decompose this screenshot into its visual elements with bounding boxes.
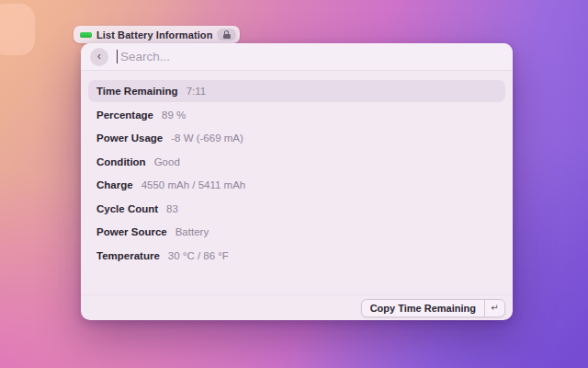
row-label: Power Source — [96, 226, 167, 237]
chevron-left-icon: ‹ — [97, 50, 101, 62]
row-label: Charge — [96, 179, 133, 190]
battery-icon — [80, 32, 92, 38]
command-chip[interactable]: List Battery Information — [74, 26, 240, 43]
row-label: Cycle Count — [96, 203, 158, 214]
search-bar: ‹ — [81, 43, 513, 71]
list-item[interactable]: Temperature 30 °C / 86 °F — [88, 245, 505, 267]
list-item[interactable]: Cycle Count 83 — [88, 198, 505, 220]
row-value: 4550 mAh / 5411 mAh — [141, 179, 246, 190]
row-label: Power Usage — [96, 132, 163, 144]
wallpaper-blob — [0, 4, 35, 55]
search-input[interactable] — [120, 50, 503, 63]
list-item[interactable]: Power Source Battery — [88, 221, 505, 243]
list-item[interactable]: Condition Good — [88, 151, 505, 173]
row-value: 30 °C / 86 °F — [168, 250, 229, 261]
row-label: Percentage — [96, 109, 153, 121]
row-value: Good — [154, 156, 180, 167]
list-item[interactable]: Percentage 89 % — [88, 104, 505, 126]
command-lock-badge — [217, 29, 236, 40]
row-label: Temperature — [96, 250, 160, 261]
row-value: 7:11 — [187, 86, 207, 97]
row-value: 89 % — [162, 109, 186, 121]
row-value: Battery — [175, 226, 209, 237]
lock-icon — [223, 30, 231, 39]
battery-info-list: Time Remaining 7:11 Percentage 89 % Powe… — [81, 71, 513, 294]
row-label: Time Remaining — [96, 86, 178, 97]
enter-key-icon: ↵ — [484, 300, 504, 316]
row-value: -8 W (-669 mA) — [171, 132, 243, 144]
list-item[interactable]: Time Remaining 7:11 — [88, 80, 505, 102]
action-button-label: Copy Time Remaining — [362, 300, 484, 316]
row-value: 83 — [166, 203, 178, 214]
list-item[interactable]: Power Usage -8 W (-669 mA) — [88, 127, 505, 149]
row-label: Condition — [96, 156, 146, 167]
text-caret — [117, 50, 118, 63]
copy-time-remaining-button[interactable]: Copy Time Remaining ↵ — [361, 299, 505, 317]
list-item[interactable]: Charge 4550 mAh / 5411 mAh — [88, 174, 505, 196]
action-bar: Copy Time Remaining ↵ — [81, 294, 513, 320]
command-chip-label: List Battery Information — [96, 29, 212, 40]
launcher-window: ‹ Time Remaining 7:11 Percentage 89 % Po… — [81, 43, 513, 320]
back-button[interactable]: ‹ — [90, 48, 108, 66]
